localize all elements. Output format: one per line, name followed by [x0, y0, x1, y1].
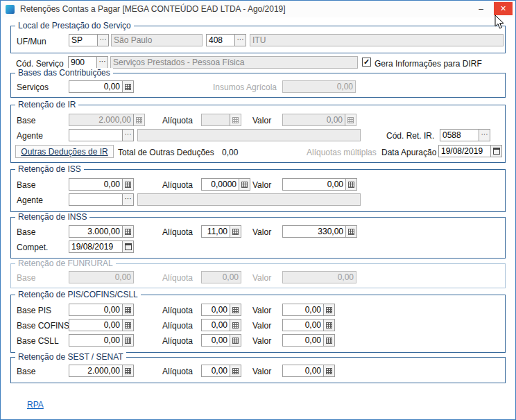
inss-base-input[interactable]: 3.000,00 — [69, 225, 134, 238]
iss-agente-lookup-button[interactable]: ··· — [122, 194, 133, 205]
ir-base-calc-button — [133, 114, 144, 125]
cofins-base-value: 0,00 — [69, 320, 122, 331]
iss-valor-input[interactable]: 0,00 — [282, 178, 357, 191]
pis-aliquota-input[interactable]: 0,00 — [201, 304, 241, 316]
inss-aliquota-input[interactable]: 11,00 — [201, 225, 241, 238]
group-ir-legend: Retenção de IR — [15, 100, 78, 110]
inss-aliquota-calc-button[interactable] — [230, 226, 241, 237]
pis-valor-calc-button[interactable] — [323, 304, 334, 315]
servicos-input[interactable]: 0,00 — [69, 80, 134, 93]
sest-base-value: 2.000,00 — [69, 365, 122, 376]
cofins-valor-value: 0,00 — [283, 320, 323, 331]
uf-input[interactable]: SP ··· — [69, 34, 109, 46]
cofins-base-input[interactable]: 0,00 — [69, 319, 134, 331]
inss-valor-label: Valor — [252, 227, 271, 237]
data-apuracao-input[interactable]: 19/08/2019 — [438, 145, 502, 157]
municipio-name-value: ITU — [250, 35, 503, 46]
inss-compet-calendar-button[interactable] — [122, 241, 133, 252]
group-inss-legend: Retenção de INSS — [15, 212, 89, 222]
sest-base-label: Base — [17, 367, 35, 376]
calculator-icon — [232, 338, 239, 344]
iss-valor-calc-button[interactable] — [345, 179, 356, 190]
group-retencao-funrural: Retenção de FUNRURAL Base 0,00 Alíquota … — [10, 263, 506, 288]
ir-agente-lookup-button[interactable]: ··· — [122, 130, 133, 141]
pis-base-calc-button[interactable] — [122, 304, 133, 315]
uf-lookup-button[interactable]: ··· — [97, 35, 108, 46]
app-icon — [6, 5, 15, 14]
group-funrural-legend: Retenção de FUNRURAL — [15, 259, 116, 268]
rpa-link[interactable]: RPA — [27, 400, 44, 410]
pis-valor-input[interactable]: 0,00 — [282, 304, 335, 316]
ir-agente-input[interactable]: ··· — [69, 129, 134, 141]
inss-valor-input[interactable]: 330,00 — [282, 225, 357, 238]
inss-compet-label: Compet. — [17, 243, 48, 252]
sest-aliquota-input[interactable]: 0,00 — [201, 365, 241, 377]
municipio-code-input[interactable]: 408 ··· — [206, 34, 246, 46]
dirf-checkbox-label: Gera Informações para DIRF — [375, 59, 482, 69]
cod-servico-input[interactable]: 900 ··· — [68, 56, 108, 69]
csll-base-label: Base CSLL — [17, 336, 59, 346]
calculator-icon — [326, 307, 332, 313]
ir-cod-ret-label: Cód. Ret. IR. — [386, 131, 434, 141]
inss-base-calc-button[interactable] — [122, 226, 133, 237]
inss-compet-input[interactable]: 19/08/2019 — [69, 240, 134, 253]
csll-base-input[interactable]: 0,00 — [69, 334, 134, 347]
pis-aliquota-value: 0,00 — [202, 304, 230, 315]
csll-valor-input[interactable]: 0,00 — [282, 334, 335, 347]
iss-aliquota-calc-button[interactable] — [239, 179, 250, 190]
calculator-icon — [232, 229, 239, 235]
csll-base-value: 0,00 — [69, 335, 122, 346]
ellipsis-icon: ··· — [125, 195, 132, 202]
iss-base-input[interactable]: 0,00 — [69, 178, 134, 191]
inss-compet-value: 19/08/2019 — [69, 241, 122, 252]
iss-agente-input[interactable]: ··· — [69, 193, 134, 206]
sest-aliquota-calc-button[interactable] — [230, 365, 241, 376]
uf-name-value: São Paulo — [112, 35, 202, 46]
csll-valor-calc-button[interactable] — [323, 335, 334, 346]
ir-valor-label: Valor — [252, 116, 271, 125]
outras-deducoes-button[interactable]: Outras Deduções de IR — [15, 145, 114, 158]
sest-valor-calc-button[interactable] — [323, 365, 334, 376]
calculator-icon — [347, 117, 354, 123]
ir-cod-ret-input[interactable]: 0588 ··· — [440, 129, 490, 141]
retencoes-dialog: Retenções Contas a Pagar [MEGA CONTEÚDO … — [0, 0, 516, 420]
iss-base-calc-button[interactable] — [122, 179, 133, 190]
cod-servico-lookup-button[interactable]: ··· — [96, 57, 108, 68]
csll-aliquota-input[interactable]: 0,00 — [201, 334, 241, 347]
sest-aliquota-value: 0,00 — [202, 365, 230, 376]
iss-base-value: 0,00 — [69, 179, 122, 190]
data-apuracao-calendar-button[interactable] — [490, 146, 501, 157]
sest-base-input[interactable]: 2.000,00 — [69, 365, 134, 377]
inss-valor-calc-button[interactable] — [345, 226, 356, 237]
window-title: Retenções Contas a Pagar [MEGA CONTEÚDO … — [20, 4, 286, 14]
cofins-base-calc-button[interactable] — [122, 320, 133, 331]
pis-base-input[interactable]: 0,00 — [69, 304, 134, 316]
close-button[interactable]: ✕ — [494, 2, 513, 15]
funrural-base-value: 0,00 — [69, 272, 133, 283]
insumos-label: Insumos Agrícola — [213, 82, 277, 92]
cofins-valor-calc-button[interactable] — [323, 320, 334, 331]
ir-aliquota-input — [201, 114, 241, 126]
cofins-aliquota-calc-button[interactable] — [230, 320, 241, 331]
ir-base-input: 2.000,00 — [69, 114, 145, 126]
mouse-cursor — [495, 15, 506, 30]
group-local-prestacao-legend: Local de Prestação do Serviço — [15, 21, 134, 30]
sest-valor-input[interactable]: 0,00 — [282, 365, 335, 377]
ir-cod-ret-lookup-button[interactable]: ··· — [479, 130, 490, 141]
csll-base-calc-button[interactable] — [122, 335, 133, 346]
ir-base-label: Base — [17, 116, 35, 125]
cod-servico-value: 900 — [69, 57, 96, 68]
cofins-valor-input[interactable]: 0,00 — [282, 319, 335, 331]
csll-aliquota-calc-button[interactable] — [230, 335, 241, 346]
sest-base-calc-button[interactable] — [122, 365, 133, 376]
minimize-button[interactable]: – — [472, 2, 490, 15]
sest-valor-value: 0,00 — [283, 365, 323, 376]
calculator-icon — [125, 229, 131, 235]
ir-agente-name-value — [138, 130, 360, 141]
pis-aliquota-calc-button[interactable] — [230, 304, 241, 315]
municipio-lookup-button[interactable]: ··· — [234, 35, 246, 46]
dirf-checkbox[interactable]: ✓ — [362, 58, 371, 67]
cofins-aliquota-input[interactable]: 0,00 — [201, 319, 241, 331]
iss-aliquota-input[interactable]: 0,0000 — [201, 178, 250, 191]
servicos-calc-button[interactable] — [122, 81, 133, 92]
